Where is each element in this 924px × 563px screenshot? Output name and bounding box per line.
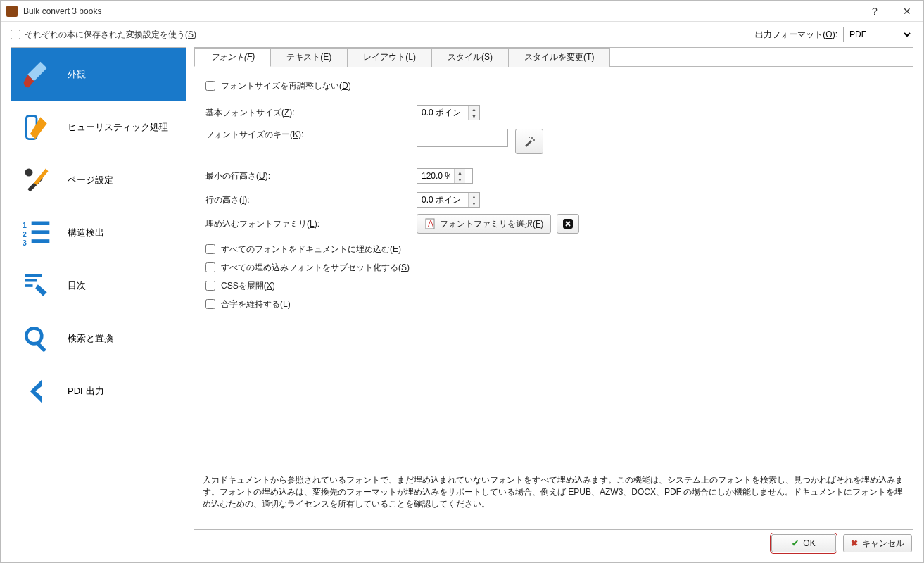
use-saved-settings-checkbox[interactable]: それぞれの本に保存された変換設定を使う(S) <box>11 29 196 41</box>
pencil-ruler-icon <box>20 110 53 144</box>
window-title: Bulk convert 3 books <box>23 6 859 16</box>
tab-body: フォントサイズを再調整しない(D) 基本フォントサイズ(Z): ▲▼ フォントサ… <box>194 66 913 462</box>
embed-all-fonts-checkbox[interactable]: すべてのフォントをドキュメントに埋め込む(E) <box>205 240 901 258</box>
brush-icon <box>20 58 53 91</box>
numbered-list-icon: 123 <box>20 216 53 250</box>
help-button[interactable]: ? <box>859 1 891 22</box>
magic-wand-icon <box>524 136 535 147</box>
sidebar-item-pdf-output[interactable]: PDF出力 <box>11 365 186 417</box>
line-height-label: 行の高さ(I): <box>205 194 417 206</box>
subset-fonts-checkbox[interactable]: すべての埋め込みフォントをサブセット化する(S) <box>205 258 901 277</box>
font-file-icon: A <box>424 218 436 229</box>
tab-text[interactable]: テキスト(E) <box>270 48 348 67</box>
header-row: それぞれの本に保存された変換設定を使う(S) 出力フォーマット(O): PDF <box>1 22 923 47</box>
no-rescale-checkbox[interactable]: フォントサイズを再調整しない(D) <box>205 77 901 95</box>
toc-pointer-icon <box>20 269 53 303</box>
magnifier-icon <box>20 322 53 355</box>
tools-icon <box>20 163 53 197</box>
spin-down-icon: ▼ <box>469 113 479 120</box>
footer: ✔ OK ✖ キャンセル <box>194 534 913 552</box>
x-icon: ✖ <box>851 538 858 548</box>
svg-text:A: A <box>428 219 433 229</box>
font-size-key-label: フォントサイズのキー(K): <box>205 129 417 141</box>
svg-rect-8 <box>25 274 42 277</box>
check-icon: ✔ <box>792 538 799 548</box>
sidebar-item-structure[interactable]: 123 構造検出 <box>11 206 186 259</box>
tab-panel: フォント(F) テキスト(E) レイアウト(L) スタイル(S) スタイルを変更… <box>194 47 913 462</box>
main-area: 外観 ヒューリスティック処理 ページ設定 123 構造検出 <box>1 47 923 562</box>
help-text: 入力ドキュメントから参照されているフォントで、まだ埋め込まれていないフォントをす… <box>194 467 913 530</box>
chevron-left-icon <box>20 374 53 408</box>
svg-text:3: 3 <box>23 239 27 247</box>
tab-layout[interactable]: レイアウト(L) <box>347 48 432 67</box>
cancel-button[interactable]: ✖ キャンセル <box>843 534 912 552</box>
tab-bar: フォント(F) テキスト(E) レイアウト(L) スタイル(S) スタイルを変更… <box>194 48 913 67</box>
min-line-height-spinner[interactable]: ▲▼ <box>417 168 473 184</box>
svg-point-13 <box>531 137 533 139</box>
embed-family-label: 埋め込むフォントファミリ(L): <box>205 218 417 230</box>
keep-ligatures-checkbox[interactable]: 合字を維持する(L) <box>205 295 901 313</box>
svg-point-15 <box>529 137 530 138</box>
sidebar-item-look-feel[interactable]: 外観 <box>11 48 186 101</box>
right-column: フォント(F) テキスト(E) レイアウト(L) スタイル(S) スタイルを変更… <box>194 47 913 552</box>
svg-rect-7 <box>32 239 50 243</box>
svg-point-11 <box>26 328 42 343</box>
svg-rect-12 <box>37 342 46 352</box>
svg-rect-6 <box>32 230 50 234</box>
svg-text:2: 2 <box>23 229 27 238</box>
min-line-height-label: 最小の行高さ(U): <box>205 170 417 182</box>
tab-font[interactable]: フォント(F) <box>194 48 271 67</box>
use-saved-settings-input[interactable] <box>11 30 20 39</box>
clear-x-icon <box>562 218 574 229</box>
choose-font-family-button[interactable]: A フォントファミリを選択(F) <box>417 214 551 234</box>
tab-style[interactable]: スタイル(S) <box>431 48 509 67</box>
titlebar: Bulk convert 3 books ? ✕ <box>1 1 923 22</box>
output-format-select[interactable]: PDF <box>843 27 913 42</box>
svg-rect-10 <box>25 284 33 287</box>
font-size-key-input[interactable] <box>417 129 508 147</box>
output-format-label: 出力フォーマット(O): <box>755 29 837 41</box>
sidebar-item-search-replace[interactable]: 検索と置換 <box>11 312 186 365</box>
base-font-size-spinner[interactable]: ▲▼ <box>417 105 480 120</box>
sidebar-item-page-setup[interactable]: ページ設定 <box>11 153 186 206</box>
ok-button[interactable]: ✔ OK <box>771 534 836 552</box>
app-icon <box>6 6 18 17</box>
svg-point-1 <box>25 168 33 176</box>
svg-rect-5 <box>32 221 50 225</box>
expand-css-checkbox[interactable]: CSSを展開(X) <box>205 277 901 295</box>
dialog-window: Bulk convert 3 books ? ✕ それぞれの本に保存された変換設… <box>0 0 924 563</box>
sidebar-item-toc[interactable]: 目次 <box>11 259 186 312</box>
line-height-spinner[interactable]: ▲▼ <box>417 192 480 208</box>
svg-text:1: 1 <box>23 220 27 229</box>
svg-point-14 <box>533 139 535 141</box>
sidebar-item-heuristic[interactable]: ヒューリスティック処理 <box>11 101 186 153</box>
svg-rect-9 <box>25 279 37 282</box>
sidebar: 外観 ヒューリスティック処理 ページ設定 123 構造検出 <box>11 47 186 552</box>
spin-up-icon: ▲ <box>469 106 479 113</box>
close-button[interactable]: ✕ <box>891 1 923 22</box>
wizard-button[interactable] <box>515 129 543 154</box>
tab-change-style[interactable]: スタイルを変更(T) <box>508 48 610 67</box>
base-font-size-label: 基本フォントサイズ(Z): <box>205 107 417 119</box>
clear-font-family-button[interactable] <box>557 214 579 234</box>
